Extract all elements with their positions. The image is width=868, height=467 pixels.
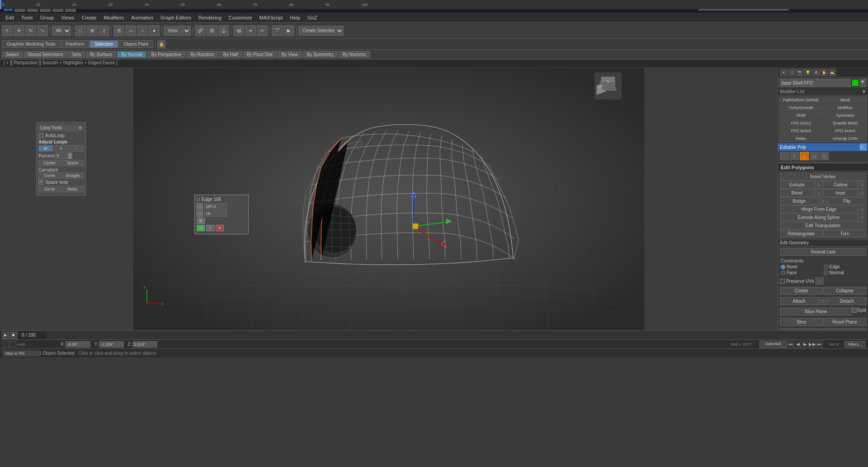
render-btn[interactable]: 🎬 <box>272 25 283 36</box>
inset-sq-btn[interactable]: □ <box>858 189 866 197</box>
panel-icon-2[interactable]: ⬡ <box>788 69 795 76</box>
nav-next[interactable]: ▶▶ <box>809 341 816 348</box>
nav-end[interactable]: ⏭ <box>816 341 823 348</box>
percent-up[interactable]: ▲ <box>68 152 72 156</box>
extrude-btn[interactable]: Extrude <box>780 181 814 189</box>
stop-btn[interactable]: ⏹ <box>10 332 17 339</box>
edge-val1-input[interactable] <box>204 203 227 210</box>
animation-mode[interactable] <box>3 341 9 348</box>
mod-multires[interactable]: MultRes <box>823 104 867 111</box>
mod-unwrap[interactable]: Unwrap UVW <box>823 135 867 142</box>
menu-edit[interactable]: Edit <box>2 14 18 21</box>
space-loop-checkbox[interactable]: ✓ <box>38 180 43 185</box>
constraint-face[interactable]: Face <box>781 270 823 275</box>
relax-lt-btn[interactable]: Relax <box>61 186 84 192</box>
menu-maxscript[interactable]: MAXScript <box>256 14 287 21</box>
filter-dropdown[interactable]: All <box>52 26 71 36</box>
outline-btn[interactable]: Outline <box>823 181 858 189</box>
percent-down[interactable]: ▼ <box>68 156 72 159</box>
mod-quadify[interactable]: Quadify Mesh <box>823 119 867 127</box>
preserve-uvs-checkbox[interactable] <box>780 279 785 284</box>
panel-icon-7[interactable]: ✍ <box>829 69 836 76</box>
polygon-mode[interactable]: □ <box>810 152 819 160</box>
loops-grid-btn[interactable]: ⊞ <box>38 145 53 152</box>
menu-animation[interactable]: Animation <box>127 14 157 21</box>
edge-radio[interactable] <box>824 265 828 269</box>
ep-collapse-btn[interactable]: □ <box>860 144 866 150</box>
tab-graphite[interactable]: Graphite Modeling Tools <box>2 40 61 48</box>
turn-btn[interactable]: Turn <box>823 230 866 238</box>
tab-freeform[interactable]: Freeform <box>61 40 90 48</box>
autoloop-checkbox[interactable] <box>38 133 43 138</box>
sel-by-view[interactable]: By View <box>278 51 302 58</box>
mod-ffd3[interactable]: FFD 3x3x3 <box>779 127 823 134</box>
sel-by-symmetry[interactable]: By Symmetry <box>303 51 338 58</box>
face-radio[interactable] <box>781 271 785 275</box>
menu-tools[interactable]: Tools <box>18 14 37 21</box>
modifier-list-dropdown[interactable]: ▼ <box>862 89 866 94</box>
constraint-edge[interactable]: Edge <box>824 264 866 269</box>
select-region[interactable]: □ <box>75 25 86 36</box>
mod-ffd2[interactable]: FFD 2x2x2 <box>779 119 823 127</box>
normal-radio[interactable] <box>824 271 828 275</box>
y-input[interactable] <box>99 341 124 348</box>
mod-shell[interactable]: Shell <box>779 112 823 119</box>
bevel-sq-btn[interactable]: □ <box>815 189 823 197</box>
object-color-swatch[interactable] <box>852 80 859 86</box>
menu-rendering[interactable]: Rendering <box>195 14 225 21</box>
hinge-btn[interactable]: Hinge From Edge <box>780 205 858 213</box>
panel-icon-1[interactable]: ☀ <box>780 69 787 76</box>
slice-btn[interactable]: Slice <box>780 318 823 326</box>
constraint-normal[interactable]: Normal <box>824 270 866 275</box>
preserve-sq-btn[interactable]: □ <box>816 277 824 285</box>
slice-plane-btn[interactable]: Slice Plane <box>780 308 852 315</box>
scale-tool[interactable]: ⤡ <box>37 25 48 36</box>
edge-ok-btn[interactable]: ✓ <box>197 225 205 231</box>
sel-by-surface[interactable]: By Surface <box>86 51 116 58</box>
add-subtract[interactable]: ± <box>99 25 109 36</box>
bevel-btn[interactable]: Bevel <box>780 189 814 197</box>
reset-plane-btn[interactable]: Reset Plane <box>823 318 866 326</box>
panel-icon-6[interactable]: ✋ <box>821 69 828 76</box>
mod-symmetry[interactable]: Symmetry <box>823 112 867 119</box>
sel-by-half[interactable]: By Half <box>219 51 242 58</box>
edge-cancel-btn[interactable]: ✕ <box>216 225 224 231</box>
repeat-last-btn[interactable]: Repeat Last <box>780 248 866 256</box>
menu-group[interactable]: Group <box>37 14 58 21</box>
extrude-sq-btn[interactable]: □ <box>815 181 823 189</box>
extrude-spline-sq[interactable]: □ <box>858 214 866 221</box>
detach-btn[interactable]: Detach <box>828 297 867 305</box>
rotate-tool[interactable]: ↻ <box>25 25 36 36</box>
mod-relax[interactable]: Relax <box>779 135 823 142</box>
align-btn[interactable]: ⊨ <box>257 25 268 36</box>
bind-btn[interactable]: ⚓ <box>218 25 229 36</box>
mod-ffd4[interactable]: FFD 4x4x4 <box>823 127 867 134</box>
layer-btn[interactable]: ▤ <box>233 25 244 36</box>
tab-selection[interactable]: Selection <box>90 40 118 48</box>
edge-mode[interactable]: / <box>790 152 799 160</box>
sel-by-random[interactable]: By Random <box>187 51 218 58</box>
paint-select[interactable]: ● <box>149 25 160 36</box>
lock-btn[interactable]: 🔒 <box>157 40 165 48</box>
constraint-none[interactable]: None <box>781 264 823 269</box>
menu-goz[interactable]: GoZ <box>304 14 321 21</box>
loops-list-btn[interactable]: ≡ <box>54 145 68 152</box>
object-dropdown[interactable]: ▼ <box>860 79 866 87</box>
loops-dots-btn[interactable]: ··· <box>69 145 84 152</box>
unlink-btn[interactable]: ⛓ <box>207 25 217 36</box>
select-by-name[interactable]: ☰ <box>113 25 124 36</box>
menu-views[interactable]: Views <box>57 14 78 21</box>
bridge-btn[interactable]: Bridge <box>780 197 819 205</box>
none-radio[interactable] <box>781 265 785 269</box>
loop-tools-close[interactable]: ✕ <box>78 125 82 130</box>
timeline-track[interactable]: 0 10 20 30 40 50 60 70 80 90 100 <box>46 331 868 339</box>
border-mode[interactable]: △ <box>800 152 809 160</box>
play-btn[interactable]: ▶ <box>2 332 9 339</box>
x-input[interactable] <box>66 341 90 348</box>
nav-start[interactable]: ⏮ <box>788 341 794 348</box>
retriangulate-btn[interactable]: Retriangulate <box>780 230 823 238</box>
selected-dropdown[interactable]: Selected <box>760 341 787 348</box>
panel-icon-3[interactable]: 📷 <box>796 69 803 76</box>
sel-sets[interactable]: Sets <box>68 51 85 58</box>
vertex-mode[interactable]: · <box>780 152 789 160</box>
